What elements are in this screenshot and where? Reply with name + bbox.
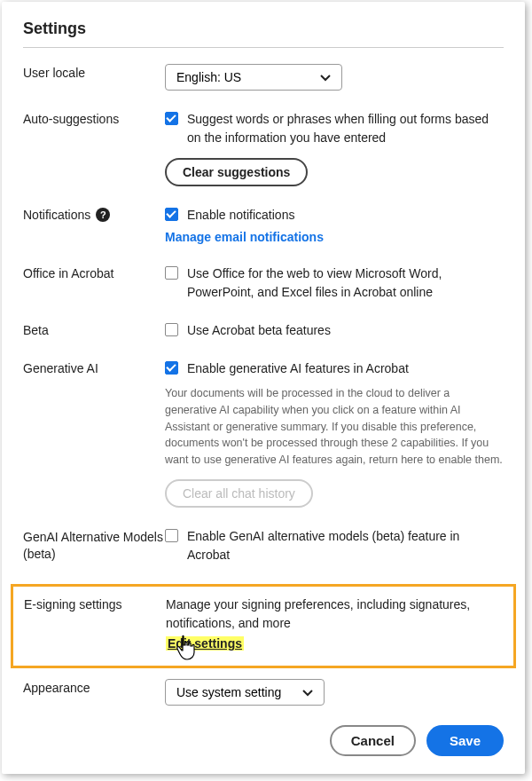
save-button[interactable]: Save: [426, 725, 504, 756]
row-office: Office in Acrobat Use Office for the web…: [23, 264, 504, 302]
help-icon[interactable]: ?: [96, 208, 110, 222]
text-auto-suggestions: Suggest words or phrases when filling ou…: [187, 110, 504, 147]
desc-genai: Your documents will be processed in the …: [165, 385, 504, 469]
label-genai-alt: GenAI Alternative Models (beta): [23, 527, 165, 564]
text-beta: Use Acrobat beta features: [187, 321, 331, 340]
checkbox-genai-alt[interactable]: [165, 529, 178, 542]
settings-panel: Settings User locale English: US Auto-su…: [2, 2, 525, 774]
row-genai-alt: GenAI Alternative Models (beta) Enable G…: [23, 527, 504, 564]
text-esign: Manage your signing preferences, includi…: [166, 596, 503, 633]
label-auto-suggestions: Auto-suggestions: [23, 110, 165, 126]
footer: Cancel Save: [330, 725, 504, 756]
text-office: Use Office for the web to view Microsoft…: [187, 264, 504, 302]
text-genai-alt: Enable GenAI alternative models (beta) f…: [187, 527, 504, 564]
row-auto-suggestions: Auto-suggestions Suggest words or phrase…: [23, 110, 504, 186]
checkbox-beta[interactable]: [165, 323, 178, 336]
label-office: Office in Acrobat: [23, 264, 165, 280]
cancel-button[interactable]: Cancel: [330, 725, 416, 756]
label-user-locale: User locale: [23, 64, 165, 80]
row-appearance: Appearance Use system setting: [23, 679, 504, 706]
row-user-locale: User locale English: US: [23, 64, 504, 91]
checkbox-office[interactable]: [165, 266, 178, 280]
row-esign: E-signing settings Manage your signing p…: [24, 596, 503, 651]
appearance-value: Use system setting: [176, 685, 281, 699]
locale-select[interactable]: English: US: [165, 64, 342, 91]
appearance-select[interactable]: Use system setting: [165, 679, 325, 706]
checkbox-genai[interactable]: [165, 361, 178, 375]
checkbox-auto-suggestions[interactable]: [165, 112, 178, 125]
chevron-down-icon: [320, 70, 331, 84]
label-appearance: Appearance: [23, 679, 165, 695]
divider: [23, 47, 504, 48]
clear-chat-history-button[interactable]: Clear all chat history: [165, 479, 313, 508]
page-title: Settings: [23, 20, 504, 38]
text-notifications: Enable notifications: [187, 206, 294, 225]
row-beta: Beta Use Acrobat beta features: [23, 321, 504, 340]
clear-suggestions-button[interactable]: Clear suggestions: [165, 158, 308, 186]
esign-highlight-box: E-signing settings Manage your signing p…: [11, 584, 516, 668]
chevron-down-icon: [302, 685, 313, 699]
manage-email-link[interactable]: Manage email notifications: [165, 230, 324, 244]
edit-settings-link[interactable]: Edit settings: [166, 636, 244, 651]
label-esign: E-signing settings: [24, 596, 166, 611]
text-genai: Enable generative AI features in Acrobat: [187, 359, 409, 378]
label-genai: Generative AI: [23, 359, 165, 375]
row-notifications: Notifications ? Enable notifications Man…: [23, 206, 504, 245]
label-beta: Beta: [23, 321, 165, 337]
locale-value: English: US: [176, 70, 241, 84]
row-genai: Generative AI Enable generative AI featu…: [23, 359, 504, 508]
label-notifications: Notifications: [23, 208, 90, 222]
checkbox-notifications[interactable]: [165, 208, 178, 221]
